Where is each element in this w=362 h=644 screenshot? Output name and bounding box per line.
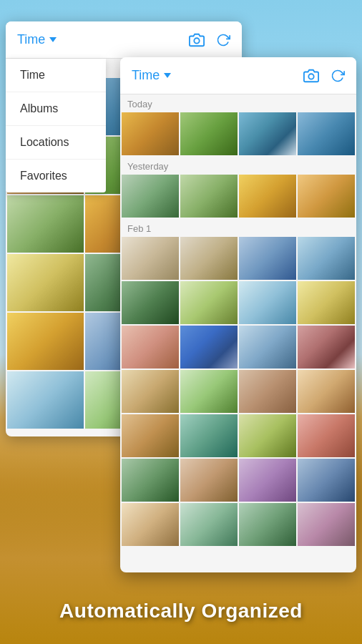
photo-cell[interactable] [180,503,238,546]
photo-cell[interactable] [298,503,355,546]
photo-cell[interactable] [298,175,355,218]
photo-cell[interactable] [239,503,296,546]
photo-cell[interactable] [180,281,238,324]
photo-cell[interactable] [180,112,238,155]
front-header-icons [303,68,345,84]
photo-cell[interactable] [7,195,84,253]
svg-point-1 [308,74,313,79]
yesterday-photo-grid [120,175,356,219]
dropdown-item-locations[interactable]: Locations [6,126,106,160]
photo-cell[interactable] [180,370,238,413]
refresh-icon[interactable] [216,33,230,47]
photo-cell[interactable] [7,371,84,429]
time-dropdown-label: Time [17,32,45,47]
today-photo-grid [120,112,356,157]
photo-cell[interactable] [298,281,355,324]
photo-cell[interactable] [239,175,296,218]
front-camera-icon[interactable] [303,68,319,84]
section-today: Today [120,94,356,112]
front-time-dropdown-button[interactable]: Time [132,68,171,83]
photo-cell[interactable] [239,237,296,280]
section-feb1: Feb 1 [120,219,356,237]
photo-cell[interactable] [298,237,355,280]
front-phone-header: Time [120,57,356,94]
photo-cell[interactable] [239,112,296,155]
photo-cell[interactable] [298,112,355,155]
photo-cell[interactable] [7,254,84,311]
time-dropdown-button[interactable]: Time [17,32,57,47]
photo-cell[interactable] [122,459,179,502]
photo-cell[interactable] [180,326,238,369]
photo-cell[interactable] [239,414,296,457]
photo-cell[interactable] [298,414,355,457]
photo-cell[interactable] [122,281,179,324]
dropdown-item-favorites[interactable]: Favorites [6,160,106,192]
svg-point-0 [194,38,199,43]
back-phone-header: Time [6,21,242,59]
photo-cell[interactable] [180,237,238,280]
front-dropdown-arrow-icon [164,73,171,78]
photo-cell[interactable] [298,370,355,413]
photo-cell[interactable] [180,175,238,218]
photo-cell[interactable] [122,414,179,457]
photo-cell[interactable] [298,326,355,369]
dropdown-arrow-icon [49,37,57,42]
photo-cell[interactable] [180,414,238,457]
photo-cell[interactable] [122,237,179,280]
photo-cell[interactable] [122,326,179,369]
feb1-photo-grid [120,237,356,547]
photo-cell[interactable] [298,459,355,502]
front-refresh-icon[interactable] [331,69,345,83]
photo-cell[interactable] [239,459,296,502]
photo-cell[interactable] [7,313,84,370]
photo-cell[interactable] [239,281,296,324]
section-yesterday: Yesterday [120,157,356,175]
photo-cell[interactable] [180,459,238,502]
photo-cell[interactable] [239,370,296,413]
header-icons [189,32,230,48]
dropdown-menu: Time Albums Locations Favorites [6,59,106,192]
photo-cell[interactable] [122,503,179,546]
dropdown-item-time[interactable]: Time [6,59,106,92]
front-phone-screen: Time Today Yesterday Feb 1 [120,57,356,572]
dropdown-item-albums[interactable]: Albums [6,92,106,126]
photo-cell[interactable] [122,175,179,218]
photo-cell[interactable] [122,112,179,155]
camera-icon[interactable] [189,32,205,48]
bottom-text: Automatically Organized [0,600,362,623]
front-time-dropdown-label: Time [132,68,160,83]
photo-cell[interactable] [239,326,296,369]
photo-cell[interactable] [122,370,179,413]
